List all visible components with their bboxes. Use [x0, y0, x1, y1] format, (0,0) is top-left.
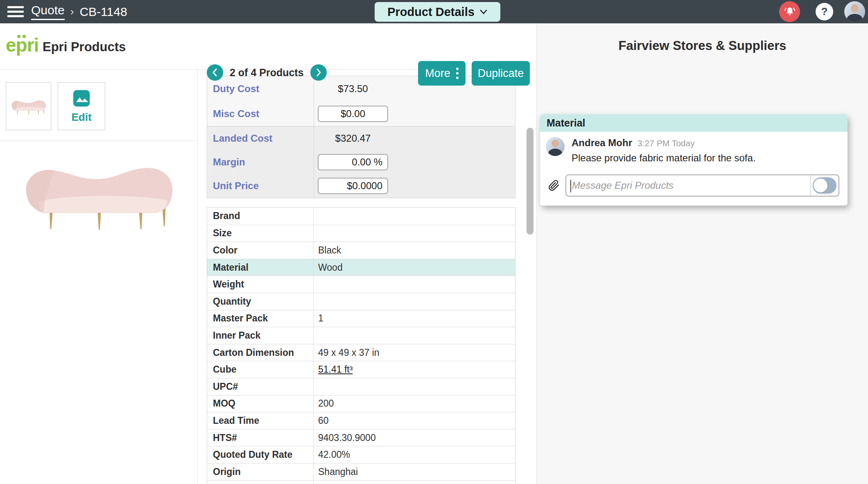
attribute-label: Cube	[207, 364, 313, 375]
message-input-container	[565, 174, 839, 197]
attribute-value: 200	[314, 398, 515, 409]
sofa-image	[16, 158, 182, 231]
attribute-value: 9403.30.9000	[314, 432, 515, 443]
edit-label: Edit	[71, 111, 91, 124]
cost-row: Misc Cost	[207, 101, 515, 126]
cost-row-label: Misc Cost	[207, 108, 314, 120]
table-row: Quoted Duty Rate42.00%	[207, 446, 515, 463]
image-icon	[72, 89, 91, 108]
duplicate-button[interactable]: Duplicate	[472, 61, 530, 86]
breadcrumb-current: CB-1148	[79, 5, 127, 19]
unit-price-input[interactable]	[318, 178, 388, 194]
table-row: Carton Dimension49 x 49 x 37 in	[207, 344, 515, 361]
table-row: Lead Time60	[207, 412, 515, 429]
help-icon: ?	[821, 5, 828, 18]
table-row: HTS#9403.30.9000	[207, 429, 515, 446]
attribute-value: Wood	[314, 262, 515, 273]
attribute-label: MOQ	[207, 398, 313, 409]
next-product-button[interactable]	[310, 64, 327, 81]
attribute-label: Lead Time	[207, 415, 313, 426]
message-input[interactable]	[566, 175, 810, 196]
attribute-label: Inner Pack	[207, 330, 313, 341]
more-button[interactable]: More	[418, 61, 466, 86]
epri-logo: epri	[6, 34, 38, 56]
cost-table: Duty Cost$73.50Misc Cost Landed Cost$320…	[207, 76, 515, 198]
attribute-label: UPC#	[207, 381, 313, 392]
comment-timestamp: 3:27 PM Today	[637, 138, 695, 148]
commenter-avatar	[546, 137, 565, 156]
attribute-label: Brand	[207, 210, 313, 222]
table-row: OriginShanghai	[207, 463, 515, 480]
notifications-button[interactable]	[779, 1, 800, 22]
attribute-value: Black	[314, 245, 515, 256]
attach-file-button[interactable]	[548, 177, 560, 194]
table-row: Weight	[207, 276, 515, 293]
attribute-value: Shanghai	[314, 466, 515, 477]
table-row: MaterialWood	[207, 259, 515, 276]
chevron-down-icon	[479, 9, 488, 15]
attribute-label: HTS#	[207, 432, 313, 443]
margin-input[interactable]	[318, 154, 388, 170]
table-row: Inner Pack	[207, 327, 515, 344]
cost-row: Unit Price	[207, 174, 515, 198]
toggle-knob	[814, 179, 827, 192]
attribute-label: Master Pack	[207, 313, 313, 324]
image-gallery-panel: Edit	[0, 70, 198, 484]
edit-images-tile[interactable]: Edit	[58, 82, 105, 130]
chevron-left-icon	[212, 68, 218, 77]
commenter-name: Andrea Mohr	[572, 137, 632, 149]
cost-section-1: Duty Cost$73.50Misc Cost	[207, 76, 515, 127]
product-main-image	[16, 158, 182, 233]
table-row: ColorBlack	[207, 242, 515, 259]
attribute-label: Material	[207, 262, 313, 273]
app-window: Quote › CB-1148 Product Details ? epri	[0, 0, 868, 484]
supplier-name-title: Epri Products	[43, 40, 126, 54]
comment-section-header: Material	[540, 114, 848, 132]
panel-title: Fairview Stores & Suppliers	[537, 38, 868, 53]
user-avatar[interactable]	[844, 1, 865, 22]
cost-row-label: Duty Cost	[207, 83, 314, 95]
product-header: epri Epri Products 2 of 4 Products More …	[0, 23, 536, 70]
cost-row-value: $73.50	[318, 83, 388, 95]
table-row: Cube51.41 ft³	[207, 361, 515, 378]
cost-row-label: Unit Price	[207, 180, 314, 192]
visibility-toggle[interactable]	[813, 177, 836, 194]
product-pager: 2 of 4 Products	[207, 64, 327, 81]
table-row: Master Pack1	[207, 310, 515, 327]
scrollbar-thumb[interactable]	[527, 128, 533, 235]
help-button[interactable]: ?	[816, 3, 833, 20]
paperclip-icon	[548, 177, 560, 194]
view-selector-dropdown[interactable]: Product Details	[375, 2, 500, 22]
sofa-thumbnail-image	[9, 98, 48, 115]
table-row: Brand	[207, 208, 515, 225]
attribute-label: Weight	[207, 279, 313, 290]
attribute-table: BrandSizeColorBlackMaterialWoodWeightQua…	[207, 207, 515, 484]
text-caret	[570, 180, 571, 192]
attribute-value: 42.00%	[314, 449, 515, 460]
table-row: UPC#	[207, 378, 515, 395]
misc-cost-input[interactable]	[318, 106, 388, 122]
table-row: MOQ200	[207, 395, 515, 412]
bell-icon	[784, 6, 796, 18]
message-compose-row	[546, 174, 839, 197]
attribute-value-link[interactable]: 51.41 ft³	[318, 364, 353, 375]
divider	[0, 140, 197, 141]
pager-text: 2 of 4 Products	[230, 67, 304, 79]
comment-message: Andrea Mohr 3:27 PM Today Please provide…	[546, 137, 839, 164]
attribute-label: Origin	[207, 466, 313, 477]
previous-product-button[interactable]	[207, 64, 223, 81]
comment-card-body: Andrea Mohr 3:27 PM Today Please provide…	[540, 132, 848, 206]
attribute-label: Quoted Duty Rate	[207, 449, 313, 460]
menu-icon[interactable]	[7, 6, 24, 18]
table-row: Quantity	[207, 293, 515, 310]
attribute-value: 60	[314, 415, 515, 426]
product-thumbnail[interactable]	[6, 82, 51, 130]
supplier-chat-panel: Fairview Stores & Suppliers Material And…	[536, 23, 868, 484]
cost-row-value: $320.47	[318, 133, 388, 144]
comment-section-label: Material	[547, 117, 585, 129]
cost-section-2: Landed Cost$320.47MarginUnit Price	[207, 127, 515, 198]
view-selector-label: Product Details	[387, 5, 475, 19]
attribute-label: Color	[207, 245, 313, 256]
cost-row: Landed Cost$320.47	[207, 127, 515, 150]
breadcrumb-quote-link[interactable]: Quote	[31, 3, 65, 20]
